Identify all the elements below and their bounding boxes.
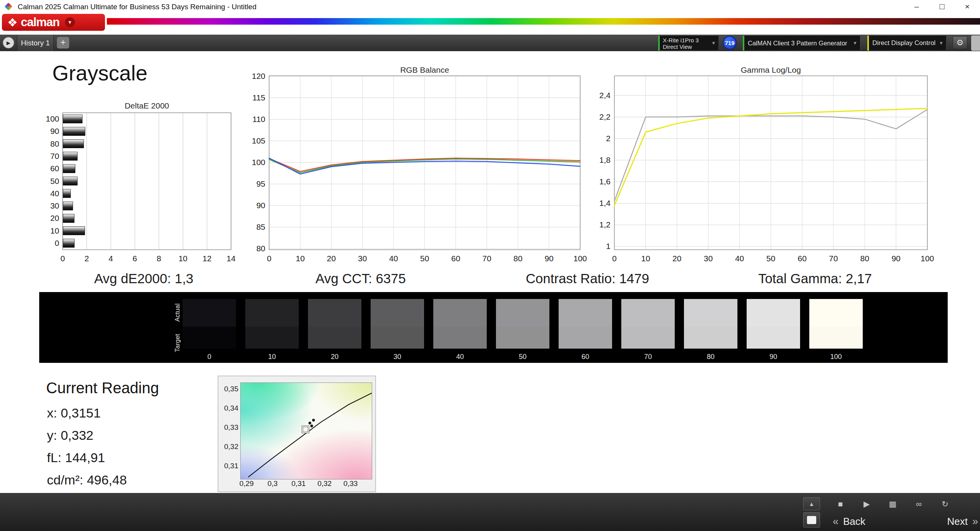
calman-menu-button[interactable]: ❖ calman ▼ xyxy=(2,14,105,31)
back-button[interactable]: « Back xyxy=(833,514,902,529)
calman-logo-text: calman xyxy=(21,15,60,29)
next-label: Next xyxy=(947,516,968,528)
svg-text:40: 40 xyxy=(50,189,59,198)
swatch-actual xyxy=(747,299,800,327)
svg-text:90: 90 xyxy=(544,254,553,263)
svg-text:20: 20 xyxy=(50,214,59,222)
stop-icon: ■ xyxy=(838,499,843,509)
settings-button[interactable]: ⚙ xyxy=(953,36,967,49)
cie-chart-panel: 0,350,340,330,320,310,290,30,310,320,33 xyxy=(218,376,376,492)
chevron-up-icon: ▲ xyxy=(809,501,815,507)
svg-text:1,6: 1,6 xyxy=(599,177,611,186)
swatch-target xyxy=(308,327,361,349)
cie-overlay xyxy=(241,383,372,479)
swatch-actual xyxy=(559,299,612,327)
svg-text:100: 100 xyxy=(573,254,587,263)
next-button[interactable]: Next » xyxy=(906,514,978,529)
grayscale-swatch-50 xyxy=(496,299,549,349)
swatch-actual xyxy=(308,299,361,327)
pattern-window-button[interactable] xyxy=(803,512,820,528)
chevrons-right-icon: » xyxy=(972,516,978,528)
meter-name: X-Rite i1Pro 3 xyxy=(663,37,709,43)
tab-history-1[interactable]: History 1 xyxy=(17,35,54,51)
avg-cct-stat: Avg CCT: 6375 xyxy=(316,271,406,286)
svg-text:2: 2 xyxy=(85,254,89,263)
add-tab-button[interactable]: + xyxy=(57,37,69,48)
svg-text:0: 0 xyxy=(60,254,65,263)
patch-count-badge: 719 xyxy=(723,36,737,50)
swatch-level-label: 90 xyxy=(747,353,800,361)
svg-text:10: 10 xyxy=(641,254,650,263)
current-reading-values: x: 0,3151y: 0,332fL: 144,91cd/m²: 496,48 xyxy=(47,402,127,491)
cie-x-tick: 0,33 xyxy=(341,479,360,488)
svg-text:30: 30 xyxy=(50,201,59,210)
swatch-target xyxy=(433,327,487,349)
svg-text:70: 70 xyxy=(829,254,838,263)
cie-y-tick: 0,33 xyxy=(221,423,238,432)
reading-row: cd/m²: 496,48 xyxy=(47,469,127,491)
svg-text:90: 90 xyxy=(256,201,265,210)
grayscale-swatch-60 xyxy=(559,299,612,349)
play-button[interactable]: ▶ xyxy=(858,497,875,511)
swatch-level-label: 40 xyxy=(433,353,487,361)
svg-text:1: 1 xyxy=(606,242,611,250)
chevron-right-icon: ▶ xyxy=(7,40,10,46)
window-title: Calman 2025 Calman Ultimate for Business… xyxy=(18,0,256,14)
edge-partial-button[interactable] xyxy=(971,35,980,51)
svg-text:85: 85 xyxy=(256,222,265,231)
svg-text:120: 120 xyxy=(252,72,265,80)
svg-text:40: 40 xyxy=(735,254,744,263)
rgb-balance-chart: 8085909510010511011512001020304050607080… xyxy=(246,67,592,266)
history-flyout-button[interactable]: ▶ xyxy=(3,37,14,48)
loop-button[interactable]: ∞ xyxy=(910,497,927,511)
meter-select[interactable]: X-Rite i1Pro 3 Direct View ▼ xyxy=(658,35,719,51)
minimize-button[interactable]: – xyxy=(904,0,929,14)
svg-text:0: 0 xyxy=(267,254,271,263)
swatch-actual xyxy=(809,299,863,327)
titlebar: Calman 2025 Calman Ultimate for Business… xyxy=(0,0,980,14)
pattern-generator-select[interactable]: CalMAN Client 3 Pattern Generator ▼ xyxy=(743,35,860,51)
window-icon xyxy=(807,516,816,524)
cie-diagram xyxy=(240,382,372,479)
svg-text:80: 80 xyxy=(256,244,265,253)
svg-text:30: 30 xyxy=(358,254,367,263)
deltae-chart: 024681012141009080706050403020100 xyxy=(38,105,238,267)
swatch-level-label: 10 xyxy=(245,353,299,361)
chevron-down-icon: ▼ xyxy=(853,40,857,46)
svg-text:20: 20 xyxy=(672,254,681,263)
swatch-actual xyxy=(371,299,424,327)
svg-text:110: 110 xyxy=(253,115,265,124)
grayscale-swatch-30 xyxy=(371,299,424,349)
calman-logo-icon: ❖ xyxy=(7,16,18,29)
save-button[interactable]: ▦ xyxy=(884,497,901,511)
svg-text:0: 0 xyxy=(612,254,617,263)
svg-text:0: 0 xyxy=(55,239,59,247)
svg-text:1,2: 1,2 xyxy=(599,220,611,229)
cie-y-tick: 0,31 xyxy=(221,462,238,470)
collapse-panel-button[interactable]: ▲ xyxy=(803,497,820,510)
maximize-button[interactable]: □ xyxy=(929,0,955,14)
chevron-down-icon: ▼ xyxy=(939,40,943,46)
svg-text:100: 100 xyxy=(920,254,934,263)
swatch-level-label: 100 xyxy=(809,353,863,361)
svg-text:1,4: 1,4 xyxy=(599,199,611,207)
svg-text:8: 8 xyxy=(156,254,161,263)
cie-y-tick: 0,32 xyxy=(221,442,238,451)
refresh-button[interactable]: ↻ xyxy=(937,497,953,511)
stop-button[interactable]: ■ xyxy=(832,497,849,511)
grayscale-swatch-20 xyxy=(308,299,361,349)
swatch-level-label: 0 xyxy=(183,353,236,361)
swatch-actual xyxy=(496,299,549,327)
swatch-level-label: 80 xyxy=(684,353,737,361)
svg-text:20: 20 xyxy=(327,254,336,263)
display-control-select[interactable]: Direct Display Control ▼ xyxy=(867,35,947,51)
reading-row: fL: 144,91 xyxy=(47,446,127,469)
grayscale-swatch-40 xyxy=(433,299,487,349)
pattern-generator-label: CalMAN Client 3 Pattern Generator xyxy=(748,40,847,47)
bottom-bar: ▲ ■ ▶ ▦ ∞ ↻ « Back Next » xyxy=(0,493,980,531)
svg-text:10: 10 xyxy=(296,254,304,263)
swatch-target xyxy=(747,327,800,349)
close-button[interactable]: × xyxy=(955,0,980,14)
svg-text:6: 6 xyxy=(133,254,137,263)
chevron-down-icon: ▼ xyxy=(65,17,75,27)
